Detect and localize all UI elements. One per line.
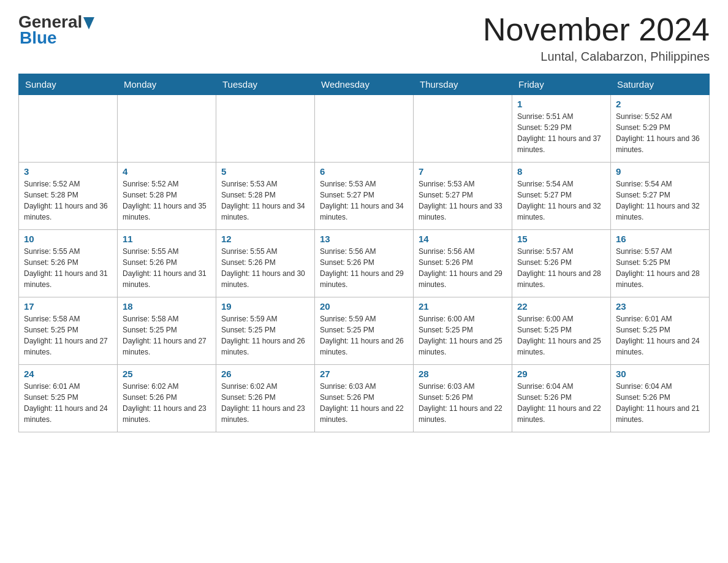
- day-info: Sunrise: 6:03 AM Sunset: 5:26 PM Dayligh…: [320, 381, 408, 425]
- day-info: Sunrise: 5:53 AM Sunset: 5:28 PM Dayligh…: [221, 178, 309, 223]
- calendar-cell: [118, 95, 216, 163]
- calendar-cell: 17Sunrise: 5:58 AM Sunset: 5:25 PM Dayli…: [19, 297, 118, 365]
- day-number: 9: [616, 166, 704, 177]
- day-number: 15: [517, 234, 605, 244]
- calendar-cell: 12Sunrise: 5:55 AM Sunset: 5:26 PM Dayli…: [216, 230, 315, 297]
- calendar-cell: 6Sunrise: 5:53 AM Sunset: 5:27 PM Daylig…: [315, 163, 414, 230]
- day-info: Sunrise: 5:54 AM Sunset: 5:27 PM Dayligh…: [517, 178, 605, 223]
- day-number: 30: [616, 369, 704, 379]
- day-number: 7: [419, 166, 507, 177]
- page-subtitle: Luntal, Calabarzon, Philippines: [483, 50, 710, 64]
- day-number: 21: [419, 301, 507, 312]
- day-info: Sunrise: 6:01 AM Sunset: 5:25 PM Dayligh…: [616, 313, 704, 358]
- day-number: 1: [517, 99, 605, 109]
- day-info: Sunrise: 5:52 AM Sunset: 5:28 PM Dayligh…: [24, 178, 112, 223]
- logo-blue-text: Blue: [20, 28, 57, 48]
- day-info: Sunrise: 5:55 AM Sunset: 5:26 PM Dayligh…: [24, 246, 112, 290]
- day-number: 2: [616, 99, 704, 109]
- calendar-cell: 16Sunrise: 5:57 AM Sunset: 5:25 PM Dayli…: [611, 230, 710, 297]
- calendar-cell: 2Sunrise: 5:52 AM Sunset: 5:29 PM Daylig…: [611, 95, 710, 163]
- calendar-cell: 19Sunrise: 5:59 AM Sunset: 5:25 PM Dayli…: [216, 297, 315, 365]
- day-info: Sunrise: 5:52 AM Sunset: 5:29 PM Dayligh…: [616, 111, 704, 155]
- day-info: Sunrise: 6:00 AM Sunset: 5:25 PM Dayligh…: [517, 313, 605, 358]
- day-info: Sunrise: 5:56 AM Sunset: 5:26 PM Dayligh…: [419, 246, 507, 290]
- day-number: 23: [616, 301, 704, 312]
- day-info: Sunrise: 6:04 AM Sunset: 5:26 PM Dayligh…: [616, 381, 704, 425]
- calendar-cell: [19, 95, 118, 163]
- calendar-cell: 28Sunrise: 6:03 AM Sunset: 5:26 PM Dayli…: [414, 365, 512, 432]
- day-info: Sunrise: 6:04 AM Sunset: 5:26 PM Dayligh…: [517, 381, 605, 425]
- calendar-cell: 25Sunrise: 6:02 AM Sunset: 5:26 PM Dayli…: [118, 365, 216, 432]
- day-number: 10: [24, 234, 112, 244]
- calendar-cell: [315, 95, 414, 163]
- day-number: 14: [419, 234, 507, 244]
- calendar-cell: 15Sunrise: 5:57 AM Sunset: 5:26 PM Dayli…: [512, 230, 611, 297]
- day-number: 5: [221, 166, 309, 177]
- calendar-week-row: 10Sunrise: 5:55 AM Sunset: 5:26 PM Dayli…: [19, 230, 710, 297]
- calendar-cell: 4Sunrise: 5:52 AM Sunset: 5:28 PM Daylig…: [118, 163, 216, 230]
- calendar-week-row: 17Sunrise: 5:58 AM Sunset: 5:25 PM Dayli…: [19, 297, 710, 365]
- day-number: 28: [419, 369, 507, 379]
- weekday-header-sunday: Sunday: [19, 74, 118, 95]
- day-info: Sunrise: 5:54 AM Sunset: 5:27 PM Dayligh…: [616, 178, 704, 223]
- calendar-cell: 8Sunrise: 5:54 AM Sunset: 5:27 PM Daylig…: [512, 163, 611, 230]
- calendar-cell: 14Sunrise: 5:56 AM Sunset: 5:26 PM Dayli…: [414, 230, 512, 297]
- weekday-header-friday: Friday: [512, 74, 611, 95]
- calendar-cell: 27Sunrise: 6:03 AM Sunset: 5:26 PM Dayli…: [315, 365, 414, 432]
- day-number: 8: [517, 166, 605, 177]
- calendar-table: SundayMondayTuesdayWednesdayThursdayFrid…: [18, 74, 710, 432]
- calendar-cell: 7Sunrise: 5:53 AM Sunset: 5:27 PM Daylig…: [414, 163, 512, 230]
- day-number: 11: [123, 234, 211, 244]
- logo-icon: [83, 17, 94, 32]
- weekday-header-monday: Monday: [118, 74, 216, 95]
- calendar-week-row: 1Sunrise: 5:51 AM Sunset: 5:29 PM Daylig…: [19, 95, 710, 163]
- day-number: 13: [320, 234, 408, 244]
- calendar-cell: 26Sunrise: 6:02 AM Sunset: 5:26 PM Dayli…: [216, 365, 315, 432]
- calendar-cell: 20Sunrise: 5:59 AM Sunset: 5:25 PM Dayli…: [315, 297, 414, 365]
- day-number: 26: [221, 369, 309, 379]
- day-info: Sunrise: 5:55 AM Sunset: 5:26 PM Dayligh…: [221, 246, 309, 290]
- calendar-cell: 22Sunrise: 6:00 AM Sunset: 5:25 PM Dayli…: [512, 297, 611, 365]
- day-info: Sunrise: 6:02 AM Sunset: 5:26 PM Dayligh…: [123, 381, 211, 425]
- calendar-cell: 30Sunrise: 6:04 AM Sunset: 5:26 PM Dayli…: [611, 365, 710, 432]
- day-info: Sunrise: 6:01 AM Sunset: 5:25 PM Dayligh…: [24, 381, 112, 425]
- day-number: 20: [320, 301, 408, 312]
- calendar-cell: 9Sunrise: 5:54 AM Sunset: 5:27 PM Daylig…: [611, 163, 710, 230]
- day-info: Sunrise: 5:52 AM Sunset: 5:28 PM Dayligh…: [123, 178, 211, 223]
- day-number: 27: [320, 369, 408, 379]
- day-info: Sunrise: 5:57 AM Sunset: 5:26 PM Dayligh…: [517, 246, 605, 290]
- logo-area: General Blue: [18, 12, 96, 48]
- day-info: Sunrise: 5:57 AM Sunset: 5:25 PM Dayligh…: [616, 246, 704, 290]
- calendar-cell: 3Sunrise: 5:52 AM Sunset: 5:28 PM Daylig…: [19, 163, 118, 230]
- weekday-header-tuesday: Tuesday: [216, 74, 315, 95]
- day-info: Sunrise: 5:53 AM Sunset: 5:27 PM Dayligh…: [320, 178, 408, 223]
- day-info: Sunrise: 5:59 AM Sunset: 5:25 PM Dayligh…: [221, 313, 309, 358]
- day-number: 24: [24, 369, 112, 379]
- day-info: Sunrise: 6:03 AM Sunset: 5:26 PM Dayligh…: [419, 381, 507, 425]
- day-info: Sunrise: 5:55 AM Sunset: 5:26 PM Dayligh…: [123, 246, 211, 290]
- header: General Blue November 2024 Luntal, Calab…: [18, 12, 710, 64]
- day-info: Sunrise: 5:58 AM Sunset: 5:25 PM Dayligh…: [123, 313, 211, 358]
- calendar-cell: 11Sunrise: 5:55 AM Sunset: 5:26 PM Dayli…: [118, 230, 216, 297]
- calendar-cell: 23Sunrise: 6:01 AM Sunset: 5:25 PM Dayli…: [611, 297, 710, 365]
- svg-marker-0: [83, 17, 94, 29]
- day-number: 16: [616, 234, 704, 244]
- calendar-week-row: 3Sunrise: 5:52 AM Sunset: 5:28 PM Daylig…: [19, 163, 710, 230]
- page-title: November 2024: [483, 12, 710, 47]
- day-info: Sunrise: 6:02 AM Sunset: 5:26 PM Dayligh…: [221, 381, 309, 425]
- day-number: 18: [123, 301, 211, 312]
- calendar-cell: 21Sunrise: 6:00 AM Sunset: 5:25 PM Dayli…: [414, 297, 512, 365]
- day-number: 3: [24, 166, 112, 177]
- calendar-cell: [216, 95, 315, 163]
- weekday-header-thursday: Thursday: [414, 74, 512, 95]
- day-info: Sunrise: 5:51 AM Sunset: 5:29 PM Dayligh…: [517, 111, 605, 155]
- day-number: 4: [123, 166, 211, 177]
- day-number: 19: [221, 301, 309, 312]
- calendar-cell: 18Sunrise: 5:58 AM Sunset: 5:25 PM Dayli…: [118, 297, 216, 365]
- day-number: 12: [221, 234, 309, 244]
- calendar-cell: 13Sunrise: 5:56 AM Sunset: 5:26 PM Dayli…: [315, 230, 414, 297]
- day-number: 17: [24, 301, 112, 312]
- day-info: Sunrise: 6:00 AM Sunset: 5:25 PM Dayligh…: [419, 313, 507, 358]
- calendar-cell: 10Sunrise: 5:55 AM Sunset: 5:26 PM Dayli…: [19, 230, 118, 297]
- day-number: 6: [320, 166, 408, 177]
